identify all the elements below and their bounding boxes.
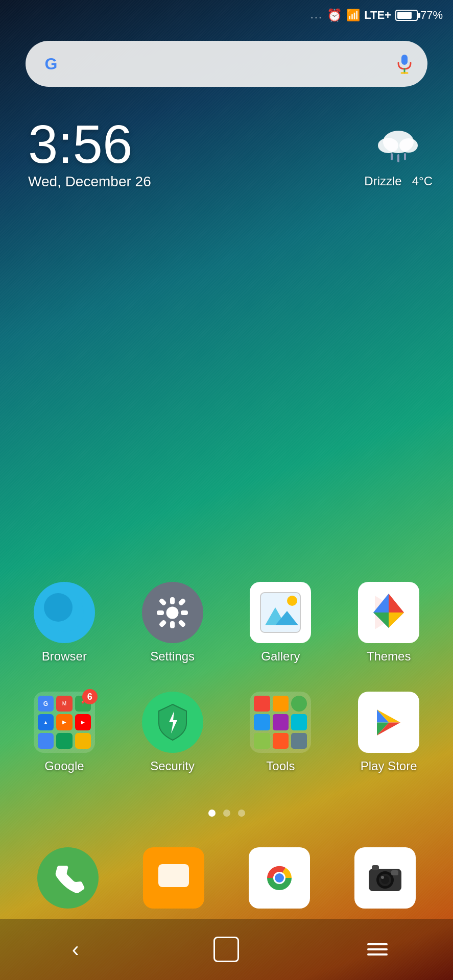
folder-app-drive: ▲ xyxy=(38,714,54,730)
dock-phone[interactable] xyxy=(37,847,99,909)
dock xyxy=(0,847,453,909)
lte-label: LTE+ xyxy=(364,9,391,22)
app-themes[interactable]: Themes xyxy=(343,582,435,664)
svg-point-8 xyxy=(44,593,73,622)
svg-point-22 xyxy=(287,596,297,606)
battery-container: 77% xyxy=(395,9,443,22)
back-icon: ‹ xyxy=(72,937,79,962)
battery-icon xyxy=(395,10,418,21)
folder-app-youtube: ▶ xyxy=(75,714,91,730)
phone-icon xyxy=(37,847,99,909)
folder-app-g: G xyxy=(38,696,54,712)
back-button[interactable]: ‹ xyxy=(60,934,91,965)
menu-line-1 xyxy=(367,943,388,945)
svg-rect-0 xyxy=(401,55,408,65)
page-dots xyxy=(0,810,453,817)
svg-rect-15 xyxy=(178,598,186,606)
tool-6 xyxy=(291,714,307,730)
tools-icon xyxy=(250,692,311,753)
signal-icon: 📶 xyxy=(346,9,360,22)
folder-app-1 xyxy=(38,733,54,749)
tool-2 xyxy=(273,696,289,712)
app-settings[interactable]: Settings xyxy=(127,582,219,664)
svg-point-48 xyxy=(381,876,384,879)
notification-dots: ... xyxy=(311,10,323,21)
page-dot-2[interactable] xyxy=(223,810,230,817)
svg-point-2 xyxy=(378,138,398,153)
weather-condition: Drizzle xyxy=(364,174,401,188)
notification-badge: 6 xyxy=(82,689,98,704)
app-security[interactable]: Security xyxy=(127,692,219,773)
app-row-1: Browser xyxy=(10,582,443,664)
menu-line-2 xyxy=(367,948,388,950)
app-browser[interactable]: Browser xyxy=(18,582,110,664)
tool-3 xyxy=(291,696,307,712)
battery-percent: 77% xyxy=(420,9,443,22)
tool-8 xyxy=(273,733,289,749)
svg-marker-38 xyxy=(158,887,174,895)
svg-rect-11 xyxy=(170,621,175,628)
svg-rect-5 xyxy=(397,154,399,162)
svg-point-9 xyxy=(166,606,179,619)
themes-icon xyxy=(358,582,419,643)
google-folder-label: Google xyxy=(44,759,84,773)
svg-rect-50 xyxy=(372,865,379,870)
battery-fill xyxy=(397,12,412,19)
recents-button[interactable] xyxy=(362,934,393,965)
svg-rect-12 xyxy=(157,610,164,615)
tool-9 xyxy=(291,733,307,749)
svg-point-42 xyxy=(275,873,284,883)
svg-rect-6 xyxy=(404,153,406,160)
app-grid: Browser xyxy=(0,582,453,801)
chrome-icon xyxy=(249,847,310,909)
dock-camera[interactable] xyxy=(354,847,416,909)
svg-rect-14 xyxy=(159,598,167,606)
tool-1 xyxy=(254,696,270,712)
mic-icon[interactable] xyxy=(394,54,415,74)
home-button[interactable] xyxy=(211,934,242,965)
svg-rect-10 xyxy=(170,597,175,604)
alarm-icon: ⏰ xyxy=(327,8,342,22)
status-icons: ... ⏰ 📶 LTE+ 77% xyxy=(311,8,443,22)
folder-app-3 xyxy=(75,733,91,749)
svg-point-3 xyxy=(399,138,418,153)
folder-app-gmail: M xyxy=(56,696,72,712)
recents-icon xyxy=(367,943,388,955)
playstore-icon xyxy=(358,692,419,753)
settings-label: Settings xyxy=(150,649,195,664)
app-playstore[interactable]: Play Store xyxy=(343,692,435,773)
settings-icon xyxy=(142,582,203,643)
security-icon xyxy=(142,692,203,753)
folder-app-2 xyxy=(56,733,72,749)
app-gallery[interactable]: Gallery xyxy=(234,582,326,664)
tools-label: Tools xyxy=(266,759,295,773)
security-label: Security xyxy=(150,759,195,773)
weather-cloud-icon xyxy=(375,128,421,172)
tool-4 xyxy=(254,714,270,730)
playstore-label: Play Store xyxy=(361,759,417,773)
google-logo: G xyxy=(38,51,64,77)
clock-time: 3:56 xyxy=(28,117,151,171)
status-bar: ... ⏰ 📶 LTE+ 77% xyxy=(0,0,453,31)
svg-rect-49 xyxy=(391,870,398,875)
svg-rect-17 xyxy=(178,619,186,627)
tool-7 xyxy=(254,733,270,749)
dock-messages[interactable] xyxy=(143,847,204,909)
svg-rect-37 xyxy=(158,864,189,887)
gallery-icon xyxy=(250,582,311,643)
folder-app-play: ▶ xyxy=(56,714,72,730)
tool-5 xyxy=(273,714,289,730)
menu-line-3 xyxy=(367,953,388,955)
app-google-folder[interactable]: G M 📍 ▲ ▶ ▶ 6 Google xyxy=(18,692,110,773)
app-tools[interactable]: Tools xyxy=(234,692,326,773)
dock-chrome[interactable] xyxy=(249,847,310,909)
page-dot-1[interactable] xyxy=(208,810,216,817)
search-bar[interactable]: G xyxy=(26,41,427,87)
weather-temperature: 4°C xyxy=(412,174,433,188)
page-dot-3[interactable] xyxy=(238,810,245,817)
browser-label: Browser xyxy=(42,649,87,664)
messages-icon xyxy=(143,847,204,909)
gallery-label: Gallery xyxy=(261,649,300,664)
weather-section[interactable]: Drizzle 4°C xyxy=(364,128,433,188)
themes-label: Themes xyxy=(367,649,411,664)
